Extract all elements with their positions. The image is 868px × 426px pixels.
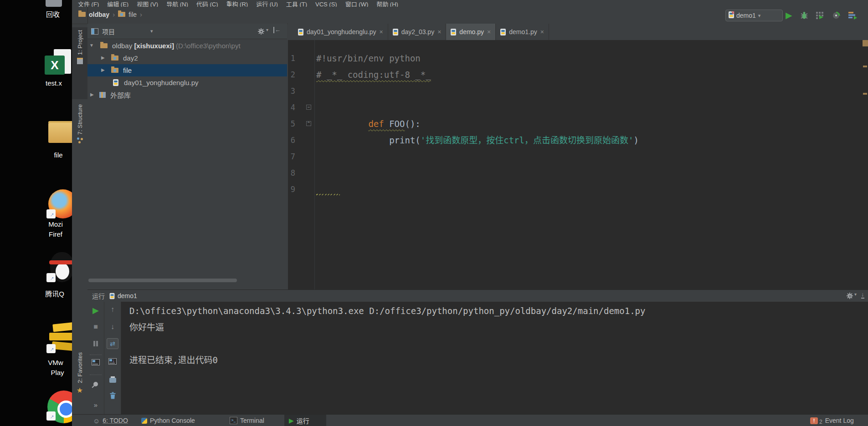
- menu-code[interactable]: 代码 (C): [196, 0, 218, 7]
- concurrency-diagram-icon[interactable]: [848, 11, 857, 20]
- folder-shortcut-label[interactable]: file: [47, 151, 69, 159]
- breadcrumb-child[interactable]: file: [128, 11, 137, 18]
- close-icon[interactable]: ×: [540, 28, 544, 36]
- gear-icon[interactable]: [847, 293, 853, 299]
- breadcrumb-root[interactable]: oldbay: [89, 11, 109, 18]
- menu-tools[interactable]: 工具 (T): [286, 0, 307, 7]
- tab-label: demo1.py: [509, 28, 537, 36]
- tool-button-project[interactable]: 1: Project: [72, 27, 87, 99]
- tab-day2-03[interactable]: day2_03.py×: [388, 24, 447, 40]
- console-line-exit: 进程已结束,退出代码0: [129, 352, 218, 368]
- menu-navigate[interactable]: 导航 (N): [166, 0, 188, 7]
- run-tool-window: 运行 demo1 ▾ ↓ ▶ ■ » ↑ ↓ ⇄ ↓: [87, 289, 868, 415]
- vmware-label-line1[interactable]: VMw: [42, 359, 69, 366]
- close-icon[interactable]: ×: [380, 28, 383, 36]
- error-stripe-mark[interactable]: [863, 93, 867, 95]
- tree-row-day2[interactable]: ▶ day2: [87, 52, 287, 64]
- tree-expanded-icon[interactable]: ▼: [89, 43, 94, 48]
- excel-file-label[interactable]: test.x: [40, 79, 67, 87]
- scroll-to-end-button[interactable]: ↓: [104, 358, 121, 366]
- recycle-bin-icon[interactable]: [46, 0, 62, 7]
- code-line-5[interactable]: print('找到函数原型，按住ctrl，点击函数切换到原始函数'): [316, 116, 639, 132]
- clear-console-button[interactable]: [104, 392, 121, 401]
- firefox-label-line1[interactable]: Mozi: [42, 220, 69, 228]
- statusbar-python-console[interactable]: Python Console: [141, 415, 195, 426]
- stop-button[interactable]: ■: [87, 323, 104, 331]
- menu-window[interactable]: 窗口 (W): [345, 0, 369, 7]
- tree-row-external-libraries[interactable]: ▶ 外部库: [87, 89, 287, 101]
- folder-shortcut-icon[interactable]: [48, 123, 72, 143]
- show-command-line-button[interactable]: [87, 359, 104, 367]
- error-stripe-block[interactable]: [863, 40, 868, 46]
- python-file-icon: [451, 29, 456, 36]
- fold-end-icon[interactable]: ^: [306, 121, 311, 126]
- menu-help[interactable]: 帮助 (H): [376, 0, 398, 7]
- tab-demo1[interactable]: demo1.py×: [496, 24, 549, 40]
- statusbar-todo[interactable]: ☺ 6: TODO: [93, 415, 128, 426]
- vmware-block1: [52, 322, 72, 332]
- run-console[interactable]: D:\office3\python\anaconda3\3.4.3\python…: [121, 302, 868, 415]
- tool-button-structure[interactable]: 7: Structure: [72, 102, 87, 168]
- tree-row-file-selected[interactable]: ▶ file: [87, 64, 287, 76]
- statusbar-event-log[interactable]: ! 2 Event Log: [810, 415, 854, 426]
- pin-tab-button[interactable]: [87, 380, 104, 388]
- tree-collapsed-icon[interactable]: ▶: [90, 92, 94, 97]
- source-folder-icon: [111, 68, 118, 73]
- status-bar: ☺ 6: TODO Python Console >_ Terminal ▶ 运…: [72, 414, 868, 426]
- menu-run[interactable]: 运行 (U): [256, 0, 278, 7]
- run-with-coverage-icon[interactable]: [816, 11, 824, 20]
- print-button[interactable]: [104, 376, 121, 385]
- pause-button[interactable]: [87, 340, 104, 348]
- menu-edit[interactable]: 编辑 (E): [107, 0, 128, 7]
- menu-refactor[interactable]: 重构 (R): [226, 0, 248, 7]
- horizontal-scrollbar[interactable]: [88, 279, 237, 282]
- run-configuration-selector[interactable]: × demo1 ▾: [725, 10, 783, 21]
- statusbar-run-active[interactable]: ▶ 运行: [284, 415, 326, 426]
- tree-row-root[interactable]: ▼ oldbay [xishuxuexi] (D:\office3\python…: [87, 40, 287, 52]
- run-toolbar-primary: ▶ ■ »: [87, 302, 104, 415]
- tree-collapsed-icon[interactable]: ▶: [101, 67, 105, 72]
- run-button[interactable]: ▶: [786, 10, 792, 20]
- more-actions-button[interactable]: »: [87, 401, 104, 409]
- console-monitor-icon: [92, 359, 100, 365]
- soft-wrap-toggle-active[interactable]: ⇄: [104, 338, 121, 349]
- tool-button-favorites[interactable]: 2: Favorites ★: [72, 350, 87, 416]
- tab-demo-active[interactable]: demo.py×: [446, 24, 496, 40]
- line-number: 2: [288, 66, 295, 83]
- rerun-button[interactable]: ▶: [87, 305, 104, 315]
- statusbar-terminal[interactable]: >_ Terminal: [230, 415, 264, 426]
- code-line-1[interactable]: #!usr/bin/env python: [316, 50, 421, 66]
- fold-collapse-icon[interactable]: −: [306, 105, 311, 110]
- tab-day01[interactable]: day01_yonghudenglu.py×: [293, 24, 388, 40]
- code-line-4[interactable]: def FOO():: [316, 99, 421, 116]
- minimize-panel-icon[interactable]: ↓: [861, 291, 864, 299]
- debug-bug-icon[interactable]: [800, 11, 808, 20]
- menu-vcs[interactable]: VCS (S): [315, 1, 337, 7]
- tree-row-day01[interactable]: day01_yonghudenglu.py: [87, 76, 287, 89]
- run-panel-config-name[interactable]: demo1: [118, 292, 137, 299]
- qq-penguin-belly: [56, 263, 69, 279]
- menu-file[interactable]: 文件 (F): [78, 0, 99, 7]
- qq-label[interactable]: 腾讯Q: [40, 289, 69, 298]
- project-panel-title[interactable]: 项目: [102, 27, 115, 36]
- hide-panel-icon[interactable]: ←: [273, 27, 281, 33]
- gutter-separator: [314, 40, 315, 289]
- gear-caret-icon[interactable]: ▾: [266, 27, 268, 32]
- profiler-icon[interactable]: [832, 11, 840, 20]
- vmware-label-line2[interactable]: Play: [44, 369, 71, 376]
- firefox-label-line2[interactable]: Firef: [42, 230, 69, 238]
- recycle-bin-label[interactable]: 回收: [42, 9, 64, 19]
- scroll-down-arrow-icon: ↓: [112, 357, 115, 364]
- prev-occurrence-button[interactable]: ↑: [104, 305, 121, 314]
- error-stripe-mark[interactable]: [863, 66, 867, 67]
- chevron-down-icon[interactable]: ▾: [150, 28, 153, 34]
- editor-body[interactable]: 1 2 3 4 5 6 7 8 9 − ^ #!usr/bin/env pyth…: [288, 40, 868, 289]
- menu-view[interactable]: 视图 (V): [137, 0, 158, 7]
- next-occurrence-button[interactable]: ↓: [104, 323, 121, 331]
- close-icon[interactable]: ×: [437, 28, 441, 36]
- code-line-2[interactable]: # _*_ coding:utf-8 _*_: [316, 66, 431, 83]
- gear-caret-icon[interactable]: ▾: [854, 292, 857, 297]
- close-icon[interactable]: ×: [487, 28, 491, 36]
- gear-icon[interactable]: [258, 28, 264, 35]
- tree-collapsed-icon[interactable]: ▶: [101, 55, 105, 60]
